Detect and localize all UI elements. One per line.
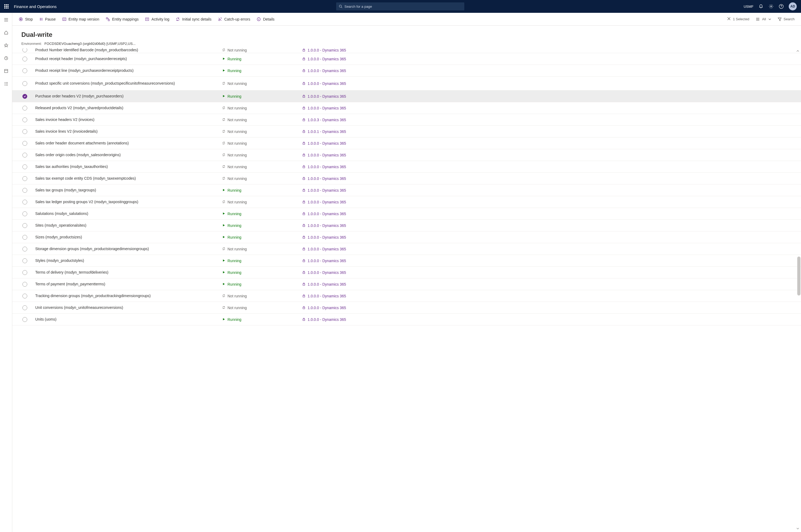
settings-icon[interactable] (768, 4, 774, 9)
search-input[interactable] (344, 4, 462, 8)
row-select-circle[interactable] (22, 68, 27, 73)
filter-all-button[interactable]: All (756, 17, 771, 21)
entity-map-version-button[interactable]: Entity map version (62, 17, 99, 21)
table-row[interactable]: Salutations (msdyn_salutations)Running1.… (12, 208, 801, 220)
version-cell[interactable]: 1.0.0.0 - Dynamics 365 (302, 176, 369, 181)
scroll-down-icon[interactable] (796, 527, 799, 531)
table-row[interactable]: Units (uoms)Running1.0.0.0 - Dynamics 36… (12, 314, 801, 325)
version-cell[interactable]: 1.0.0.0 - Dynamics 365 (302, 141, 369, 146)
company-code[interactable]: USMF (744, 4, 754, 8)
version-cell[interactable]: 1.0.0.0 - Dynamics 365 (302, 200, 369, 204)
version-cell[interactable]: 1.0.0.0 - Dynamics 365 (302, 57, 369, 61)
row-select-circle[interactable] (22, 106, 27, 111)
row-select-circle[interactable] (22, 200, 27, 205)
version-cell[interactable]: 1.0.0.0 - Dynamics 365 (302, 282, 369, 286)
entity-mappings-button[interactable]: Entity mappings (106, 17, 139, 21)
row-select-circle[interactable] (22, 117, 27, 122)
nav-workspaces[interactable] (1, 66, 11, 76)
details-button[interactable]: Details (256, 17, 274, 21)
version-cell[interactable]: 1.0.0.0 - Dynamics 365 (302, 270, 369, 275)
row-select-circle[interactable] (22, 165, 27, 169)
row-select-circle[interactable] (22, 141, 27, 146)
nav-modules[interactable] (1, 79, 11, 89)
row-select-circle[interactable] (22, 223, 27, 228)
nav-favorites[interactable] (1, 41, 11, 50)
row-select-circle[interactable] (22, 57, 27, 61)
activity-log-button[interactable]: Activity log (145, 17, 169, 21)
table-row[interactable]: Released products V2 (msdyn_sharedproduc… (12, 102, 801, 114)
version-cell[interactable]: 1.0.0.0 - Dynamics 365 (302, 306, 369, 310)
help-icon[interactable] (779, 4, 784, 9)
row-select-circle[interactable] (22, 94, 27, 99)
version-cell[interactable]: 1.0.0.0 - Dynamics 365 (302, 188, 369, 192)
scroll-up-icon[interactable] (796, 50, 799, 53)
table-row[interactable]: Sales tax exempt code entity CDS (msdyn_… (12, 173, 801, 185)
version-cell[interactable]: 1.0.0.0 - Dynamics 365 (302, 294, 369, 298)
table-row[interactable]: Product receipt header (msdyn_purchaseor… (12, 53, 801, 65)
table-row[interactable]: Product Number Identified Barcode (msdyn… (12, 48, 801, 53)
table-row[interactable]: Purchase order headers V2 (msdyn_purchas… (12, 91, 801, 102)
version-cell[interactable]: 1.0.0.0 - Dynamics 365 (302, 259, 369, 263)
table-row[interactable]: Sales order origin codes (msdyn_salesord… (12, 149, 801, 161)
row-select-circle[interactable] (22, 293, 27, 299)
table-row[interactable]: Sales invoice headers V2 (invoices)Not r… (12, 114, 801, 126)
nav-recent[interactable] (1, 53, 11, 63)
row-select-circle[interactable] (22, 259, 27, 263)
version-cell[interactable]: 1.0.0.0 - Dynamics 365 (302, 317, 369, 322)
row-select-circle[interactable] (22, 153, 27, 157)
row-select-circle[interactable] (22, 176, 27, 181)
version-cell[interactable]: 1.0.0.0 - Dynamics 365 (302, 165, 369, 169)
stop-button[interactable]: Stop (19, 17, 33, 21)
table-row[interactable]: Product specific unit conversions (msdyn… (12, 77, 801, 91)
version-cell[interactable]: 1.0.0.3 - Dynamics 365 (302, 118, 369, 122)
avatar[interactable]: AD (789, 2, 797, 11)
scrollbar-thumb[interactable] (797, 256, 800, 296)
row-select-circle[interactable] (22, 188, 27, 193)
table-row[interactable]: Product receipt line (msdyn_purchaseorde… (12, 65, 801, 77)
row-select-circle[interactable] (22, 305, 27, 310)
row-select-circle[interactable] (22, 129, 27, 134)
table-row[interactable]: Sales tax groups (msdyn_taxgroups)Runnin… (12, 185, 801, 196)
table-row[interactable]: Sales tax ledger posting groups V2 (msdy… (12, 196, 801, 208)
table-row[interactable]: Styles (msdyn_productstyles)Running1.0.0… (12, 255, 801, 267)
row-select-circle[interactable] (22, 270, 27, 275)
version-cell[interactable]: 1.0.0.0 - Dynamics 365 (302, 247, 369, 251)
version-cell[interactable]: 1.0.0.0 - Dynamics 365 (302, 81, 369, 86)
table-row[interactable]: Tracking dimension groups (msdyn_product… (12, 290, 801, 302)
row-select-circle[interactable] (22, 235, 27, 240)
version-cell[interactable]: 1.0.0.0 - Dynamics 365 (302, 235, 369, 240)
clear-selection-button[interactable] (727, 17, 731, 21)
table-row[interactable]: Sites (msdyn_operationalsites)Running1.0… (12, 220, 801, 231)
global-search[interactable] (336, 2, 464, 11)
version-cell[interactable]: 1.0.0.0 - Dynamics 365 (302, 106, 369, 110)
initial-sync-button[interactable]: Initial sync details (176, 17, 211, 21)
table-row[interactable]: Sales tax authorities (msdyn_taxauthorit… (12, 161, 801, 173)
notifications-icon[interactable] (758, 4, 764, 9)
table-row[interactable]: Sales invoice lines V2 (invoicedetails)N… (12, 126, 801, 137)
row-select-circle[interactable] (22, 211, 27, 216)
table-row[interactable]: Terms of delivery (msdyn_termsofdeliveri… (12, 267, 801, 279)
row-select-circle[interactable] (22, 282, 27, 287)
version-cell[interactable]: 1.0.0.0 - Dynamics 365 (302, 153, 369, 157)
nav-home[interactable] (1, 28, 11, 37)
row-select-circle[interactable] (22, 247, 27, 251)
version-cell[interactable]: 1.0.0.0 - Dynamics 365 (302, 94, 369, 98)
table-row[interactable]: Sales order header document attachments … (12, 137, 801, 149)
grid-search-button[interactable]: Search (778, 17, 795, 21)
pause-button[interactable]: Pause (39, 17, 56, 21)
version-cell[interactable]: 1.0.0.0 - Dynamics 365 (302, 48, 369, 52)
version-cell[interactable]: 1.0.0.1 - Dynamics 365 (302, 130, 369, 134)
row-select-circle[interactable] (22, 317, 27, 322)
version-cell[interactable]: 1.0.0.0 - Dynamics 365 (302, 69, 369, 73)
row-select-circle[interactable] (22, 48, 27, 52)
version-cell[interactable]: 1.0.0.0 - Dynamics 365 (302, 212, 369, 216)
catch-up-errors-button[interactable]: Catch-up errors (218, 17, 250, 21)
table-row[interactable]: Unit conversions (msdyn_unitofmeasurecon… (12, 302, 801, 314)
table-row[interactable]: Terms of payment (msdyn_paymentterms)Run… (12, 279, 801, 290)
row-select-circle[interactable] (22, 81, 27, 86)
version-cell[interactable]: 1.0.0.0 - Dynamics 365 (302, 224, 369, 228)
table-row[interactable]: Sizes (msdyn_productsizes)Running1.0.0.0… (12, 231, 801, 243)
table-row[interactable]: Storage dimension groups (msdyn_products… (12, 243, 801, 255)
nav-hamburger[interactable] (1, 15, 11, 24)
app-launcher[interactable] (0, 0, 13, 13)
